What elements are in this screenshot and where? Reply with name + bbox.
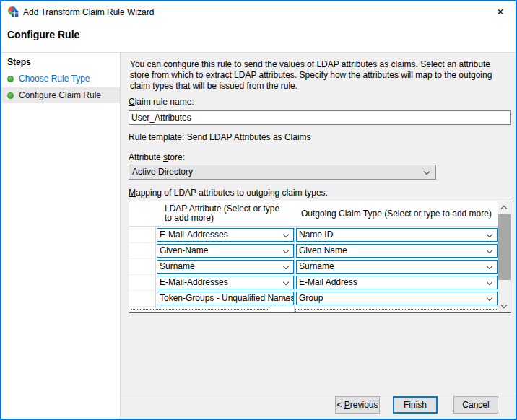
row-selector-cell[interactable] bbox=[129, 227, 155, 243]
ldap-attribute-select[interactable]: Surname bbox=[157, 260, 294, 274]
mapping-label: Mapping of LDAP attributes to outgoing c… bbox=[129, 188, 328, 198]
sidebar-item-configure-claim-rule[interactable]: Configure Claim Rule bbox=[1, 87, 120, 103]
combo-value: Name ID bbox=[299, 229, 333, 240]
grid-rows: E-Mail-AddressesName IDGiven-NameGiven N… bbox=[129, 227, 498, 307]
combo-value: Surname bbox=[299, 261, 334, 271]
grid-cell: E-Mail-Addresses bbox=[155, 227, 295, 243]
outgoing-claim-type-select[interactable]: E-Mail Address bbox=[296, 276, 498, 289]
rule-template-text: Rule template: Send LDAP Attributes as C… bbox=[129, 132, 311, 142]
outgoing-claim-type-select[interactable]: Given Name bbox=[296, 244, 498, 258]
window-title: Add Transform Claim Rule Wizard bbox=[23, 1, 154, 23]
outgoing-claim-type-select[interactable]: Surname bbox=[296, 260, 498, 274]
row-selector-cell[interactable] bbox=[129, 291, 155, 307]
step-bullet-icon bbox=[7, 76, 14, 82]
combo-value: Surname bbox=[160, 261, 195, 271]
chevron-down-icon bbox=[283, 263, 289, 269]
steps-title: Steps bbox=[7, 57, 31, 67]
claim-rule-name-label: Claim rule name: bbox=[129, 97, 194, 107]
mapping-grid: LDAP Attribute (Select or type to add mo… bbox=[129, 201, 511, 313]
ldap-attribute-select[interactable]: E-Mail-Addresses bbox=[157, 228, 294, 242]
chevron-down-icon bbox=[487, 248, 492, 253]
grid-cell: Surname bbox=[295, 259, 498, 275]
ldap-attribute-select[interactable]: Given-Name bbox=[157, 244, 294, 258]
ldap-attribute-select[interactable]: Token-Groups - Unqualified Names bbox=[157, 292, 294, 305]
chevron-down-icon bbox=[283, 248, 289, 253]
cancel-button[interactable]: Cancel bbox=[453, 396, 498, 414]
chevron-up-icon bbox=[501, 206, 507, 211]
attribute-store-label: Attribute store: bbox=[129, 152, 185, 162]
outgoing-claim-type-select[interactable]: Name ID bbox=[296, 228, 498, 242]
row-selector-cell[interactable] bbox=[129, 243, 155, 259]
row-selector-cell[interactable] bbox=[129, 275, 155, 291]
combo-value: Group bbox=[299, 293, 323, 303]
step-label: Choose Rule Type bbox=[19, 74, 90, 84]
combo-value: E-Mail-Addresses bbox=[160, 229, 228, 240]
new-row-claim-cell[interactable] bbox=[295, 309, 498, 313]
finish-button[interactable]: Finish bbox=[393, 396, 438, 414]
ldap-attribute-select[interactable]: E-Mail-Addresses bbox=[157, 276, 294, 289]
wizard-icon bbox=[7, 6, 19, 17]
column-header-ldap-attribute: LDAP Attribute (Select or type to add mo… bbox=[165, 204, 289, 223]
grid-header-row: LDAP Attribute (Select or type to add mo… bbox=[129, 201, 498, 227]
combo-value: Token-Groups - Unqualified Names bbox=[160, 293, 294, 303]
grid-cell: E-Mail-Addresses bbox=[155, 275, 295, 291]
chevron-down-icon bbox=[487, 232, 492, 237]
titlebar: Add Transform Claim Rule Wizard ✕ bbox=[1, 1, 516, 23]
table-row: E-Mail-AddressesE-Mail Address bbox=[129, 275, 498, 291]
column-header-outgoing-claim-type: Outgoing Claim Type (Select or type to a… bbox=[301, 209, 498, 219]
combo-value: Given-Name bbox=[160, 245, 208, 255]
description-text: You can configure this rule to send the … bbox=[130, 59, 508, 92]
steps-panel: Steps Choose Rule Type Configure Claim R… bbox=[1, 53, 120, 419]
close-icon: ✕ bbox=[497, 6, 505, 17]
table-row: SurnameSurname bbox=[129, 259, 498, 275]
grid-cell: Name ID bbox=[295, 227, 498, 243]
attribute-store-value: Active Directory bbox=[132, 165, 193, 179]
new-row-ldap-cell[interactable] bbox=[131, 309, 269, 313]
scrollbar-thumb[interactable] bbox=[498, 214, 511, 280]
step-bullet-icon bbox=[7, 92, 14, 99]
scroll-down-button[interactable] bbox=[498, 300, 511, 312]
combo-value: E-Mail Address bbox=[299, 277, 357, 287]
grid-cell: Token-Groups - Unqualified Names bbox=[155, 291, 295, 307]
wizard-window: Add Transform Claim Rule Wizard ✕ Config… bbox=[0, 0, 517, 420]
combo-value: E-Mail-Addresses bbox=[160, 277, 228, 287]
grid-cell: E-Mail Address bbox=[295, 275, 498, 291]
table-row: Given-NameGiven Name bbox=[129, 243, 498, 259]
grid-scrollbar[interactable] bbox=[498, 201, 511, 312]
grid-cell: Given-Name bbox=[155, 243, 295, 259]
outgoing-claim-type-select[interactable]: Group bbox=[296, 292, 498, 305]
grid-cell: Surname bbox=[155, 259, 295, 275]
table-row: Token-Groups - Unqualified NamesGroup bbox=[129, 291, 498, 307]
table-row: E-Mail-AddressesName ID bbox=[129, 227, 498, 243]
page-title: Configure Rule bbox=[7, 29, 79, 40]
chevron-down-icon bbox=[283, 279, 289, 285]
chevron-down-icon bbox=[487, 263, 492, 269]
scroll-up-button[interactable] bbox=[498, 201, 511, 214]
footer-bar: < Previous Finish Cancel bbox=[121, 393, 516, 419]
chevron-down-icon bbox=[424, 169, 430, 175]
chevron-down-icon bbox=[501, 302, 507, 308]
close-button[interactable]: ✕ bbox=[488, 1, 513, 23]
sidebar-item-choose-rule-type[interactable]: Choose Rule Type bbox=[1, 71, 120, 87]
grid-cell: Group bbox=[295, 291, 498, 307]
grid-cell: Given Name bbox=[295, 243, 498, 259]
step-label: Configure Claim Rule bbox=[19, 90, 101, 100]
row-selector-cell[interactable] bbox=[129, 259, 155, 275]
chevron-down-icon bbox=[283, 232, 289, 237]
claim-rule-name-input[interactable] bbox=[129, 110, 511, 125]
attribute-store-select[interactable]: Active Directory bbox=[129, 165, 436, 180]
main-panel: You can configure this rule to send the … bbox=[121, 53, 516, 393]
chevron-down-icon bbox=[487, 279, 492, 285]
combo-value: Given Name bbox=[299, 245, 347, 255]
previous-button[interactable]: < Previous bbox=[335, 396, 380, 414]
chevron-down-icon bbox=[487, 295, 492, 301]
